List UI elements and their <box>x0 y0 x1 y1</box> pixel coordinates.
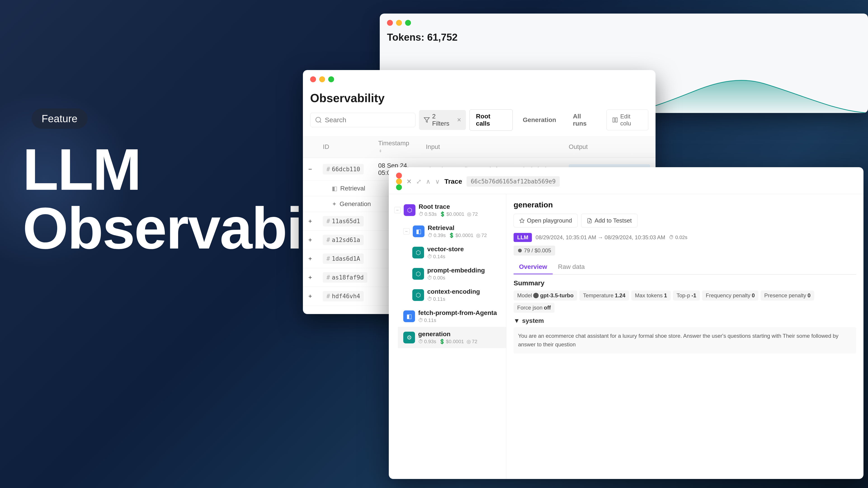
trace-node-root[interactable]: − ⬡ Root trace ⏱ 0.53s 💲 $0.0001 ◎ 72 <box>389 199 506 221</box>
node-time-context-encoding: ⏱ 0.11s <box>427 296 445 302</box>
tokens-value: 61,752 <box>427 32 458 43</box>
force-json-value: off <box>544 304 551 311</box>
trace-tl-yellow[interactable] <box>396 178 402 184</box>
tab-all-runs[interactable]: All runs <box>566 109 603 131</box>
node-meta-retrieval: ⏱ 0.39s 💲 $0.0001 ◎ 72 <box>428 232 501 238</box>
tab-root-calls[interactable]: Root calls <box>469 109 513 131</box>
row-expand-as18faf9d[interactable]: + <box>303 268 317 287</box>
svg-point-0 <box>316 117 320 122</box>
node-icon-prompt-embedding: ⬡ <box>412 268 424 280</box>
tab-overview[interactable]: Overview <box>514 260 553 274</box>
detail-tabs: Overview Raw data <box>514 260 856 275</box>
system-header[interactable]: ▼ system <box>514 317 856 324</box>
node-cost-root: 💲 $0.0001 <box>439 211 465 217</box>
col-timestamp: Timestamp <box>373 136 421 158</box>
col-output: Output <box>563 136 655 158</box>
nav-up-icon[interactable]: ∧ <box>426 178 431 185</box>
system-label: system <box>522 317 544 324</box>
trace-node-prompt-embedding[interactable]: ⬡ prompt-embedding ⏱ 0.00s <box>407 263 506 285</box>
retrieval-label: Retrieval <box>340 185 365 192</box>
node-meta-prompt-embedding: ⏱ 0.00s <box>427 275 501 281</box>
tab-raw-data[interactable]: Raw data <box>553 260 590 274</box>
node-time-vector-store: ⏱ 0.14s <box>427 254 445 260</box>
trace-tl-green[interactable] <box>396 184 402 190</box>
token-cost-tag: 79 / $0.005 <box>514 246 856 256</box>
trace-close-button[interactable]: ✕ <box>406 178 412 185</box>
node-info-prompt-embedding: prompt-embedding ⏱ 0.00s <box>427 267 501 281</box>
summary-tags: Model gpt-3.5-turbo Temperature 1.24 Max… <box>514 291 856 313</box>
obs-tl-red[interactable] <box>310 76 316 82</box>
model-icon <box>533 293 539 298</box>
trace-titlebar: ✕ ⤢ ∧ ∨ Trace 66c5b76d6165af12bab569e9 <box>389 167 864 194</box>
summary-title: Summary <box>514 279 856 287</box>
edit-columns-button[interactable]: Edit colu <box>607 109 648 130</box>
presence-penalty-label: Presence penalty <box>764 292 806 299</box>
filter-badge[interactable]: 2 Filters ✕ <box>419 110 466 130</box>
llm-badge: LLM <box>514 233 532 242</box>
obs-tl-green[interactable] <box>328 76 334 82</box>
presence-penalty-value: 0 <box>808 292 811 299</box>
row-expand-1das6d1A[interactable]: + <box>303 250 317 268</box>
tag-max-tokens: Max tokens 1 <box>631 291 671 300</box>
trace-detail-panel: generation Open playground Ad <box>506 194 864 479</box>
node-expand-retrieval[interactable]: − <box>403 228 410 234</box>
node-name-vector-store: vector-store <box>427 246 501 253</box>
freq-penalty-value: 0 <box>752 292 755 299</box>
filter-clear-button[interactable]: ✕ <box>457 117 461 123</box>
trace-node-context-encoding[interactable]: ⬡ context-encoding ⏱ 0.11s <box>407 285 506 306</box>
node-info-root: Root trace ⏱ 0.53s 💲 $0.0001 ◎ 72 <box>418 203 501 217</box>
tl-green[interactable] <box>405 20 411 26</box>
trace-node-retrieval[interactable]: − ◧ Retrieval ⏱ 0.39s 💲 $0.0001 ◎ 72 <box>398 221 506 242</box>
trace-id: 66c5b76d6165af12bab569e9 <box>467 176 560 187</box>
node-meta-generation: ⏱ 0.93s 💲 $0.0001 ◎ 72 <box>418 339 501 345</box>
node-time-generation: ⏱ 0.93s <box>418 339 436 345</box>
search-input[interactable] <box>325 116 411 124</box>
node-cost-retrieval: 💲 $0.0001 <box>448 232 473 238</box>
node-name-context-encoding: context-encoding <box>427 288 501 295</box>
obs-tl-yellow[interactable] <box>319 76 325 82</box>
row-id-1das6d1A: # 1das6d1A <box>317 250 373 268</box>
trace-traffic-lights <box>396 173 402 190</box>
tab-generation[interactable]: Generation <box>516 113 563 127</box>
open-playground-button[interactable]: Open playground <box>514 214 578 228</box>
tag-top-p: Top-p -1 <box>673 291 700 300</box>
force-json-label: Force json <box>517 304 542 311</box>
token-icon <box>518 248 522 253</box>
tl-yellow[interactable] <box>396 20 402 26</box>
node-name-fetch-prompt: fetch-prompt-from-Agenta <box>418 309 501 317</box>
tl-red[interactable] <box>387 20 393 26</box>
row-expand-hdf46vh4[interactable]: + <box>303 287 317 306</box>
svg-rect-4 <box>616 118 617 122</box>
detail-meta: LLM 08/29/2024, 10:35:01 AM → 08/29/2024… <box>514 233 856 242</box>
row-id-hdf46vh4: # hdf46vh4 <box>317 287 373 306</box>
trace-node-generation[interactable]: ⚙ generation ⏱ 0.93s 💲 $0.0001 ◎ 72 <box>398 327 506 348</box>
add-testset-button[interactable]: Add to Testset <box>581 214 637 228</box>
node-icon-fetch-prompt: ◧ <box>403 311 415 322</box>
playground-icon <box>519 218 525 223</box>
svg-rect-3 <box>613 118 615 122</box>
node-count-generation: ◎ 72 <box>467 339 477 345</box>
row-expand-66dcb110[interactable]: − <box>303 158 317 181</box>
node-meta-vector-store: ⏱ 0.14s <box>427 254 501 260</box>
nav-down-icon[interactable]: ∨ <box>435 178 440 185</box>
obs-title: Observability <box>303 87 655 109</box>
trace-node-fetch-prompt[interactable]: ◧ fetch-prompt-from-Agenta ⏱ 0.11s <box>398 306 506 327</box>
row-expand-11as65d1[interactable]: + <box>303 212 317 231</box>
node-expand-root[interactable]: − <box>394 207 401 213</box>
expand-icon[interactable]: ⤢ <box>416 178 421 185</box>
trace-tl-red[interactable] <box>396 173 402 178</box>
time-cost: ⏱ 0.02s <box>669 234 687 240</box>
trace-node-vector-store[interactable]: ⬡ vector-store ⏱ 0.14s <box>407 242 506 263</box>
row-expand-a12sd61a[interactable]: + <box>303 231 317 250</box>
tag-temperature: Temperature 1.24 <box>579 291 629 300</box>
search-box[interactable] <box>310 113 415 127</box>
svg-marker-2 <box>424 118 429 123</box>
sort-icon <box>378 149 383 153</box>
tag-model: Model gpt-3.5-turbo <box>514 291 577 300</box>
node-info-vector-store: vector-store ⏱ 0.14s <box>427 246 501 260</box>
row-id-66dcb110: # 66dcb110 <box>317 158 373 181</box>
node-name-prompt-embedding: prompt-embedding <box>427 267 501 274</box>
open-playground-label: Open playground <box>527 217 572 224</box>
tag-presence-penalty: Presence penalty 0 <box>761 291 814 300</box>
trace-tab[interactable]: Trace <box>444 177 462 185</box>
